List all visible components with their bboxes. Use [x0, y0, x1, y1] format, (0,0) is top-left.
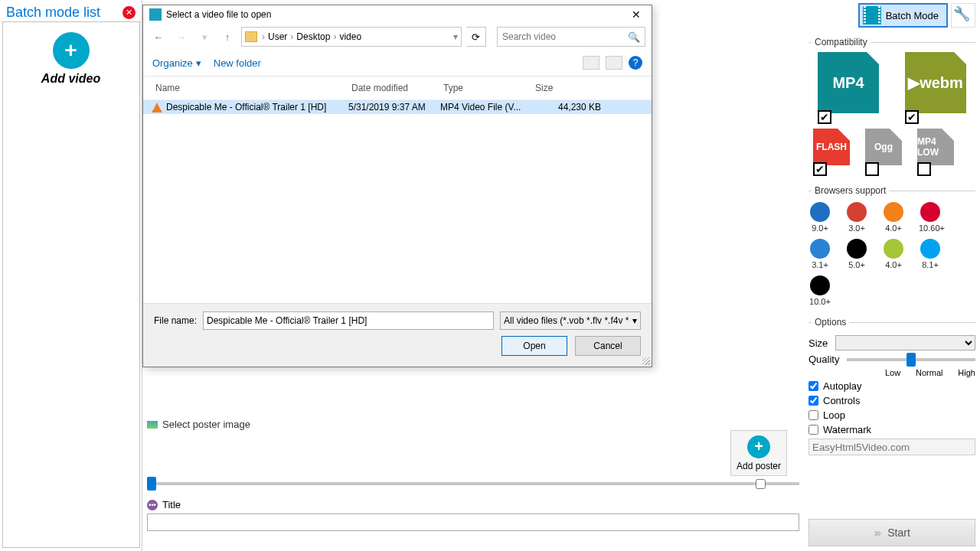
settings-button[interactable] [951, 3, 975, 28]
chevron-down-icon[interactable]: ▾ [195, 28, 214, 46]
flash-icon: FLASH [813, 129, 850, 165]
resize-grip-icon[interactable] [642, 357, 650, 365]
ogg-icon: Ogg [865, 129, 902, 165]
browser-windows: 8.1+ [919, 239, 942, 269]
close-icon[interactable]: ✕ [122, 6, 136, 19]
start-label: Start [887, 527, 910, 539]
webm-icon: ▶ webm [905, 52, 966, 113]
autoplay-option[interactable]: Autoplay [808, 380, 975, 392]
open-button[interactable]: Open [501, 336, 567, 356]
browser-version: 3.0+ [845, 223, 868, 233]
browser-blackberry: 10.0+ [808, 276, 831, 306]
android-icon [884, 239, 903, 259]
crumb-user[interactable]: User [265, 31, 290, 42]
cancel-button[interactable]: Cancel [575, 336, 641, 356]
up-icon[interactable]: ↑ [218, 28, 237, 46]
column-name[interactable]: Name [152, 80, 348, 96]
safari-icon [810, 239, 830, 259]
browser-version: 10.60+ [919, 223, 942, 233]
browser-opera: 10.60+ [919, 202, 942, 233]
browser-version: 5.0+ [845, 260, 868, 269]
file-type: MP4 Video File (V... [440, 102, 532, 112]
title-input[interactable] [147, 514, 799, 531]
browser-safari: 3.1+ [808, 239, 831, 269]
checkbox-empty-icon [865, 162, 879, 176]
watermark-input[interactable] [808, 439, 975, 455]
controls-checkbox[interactable] [808, 396, 818, 406]
quality-high-label: High [958, 368, 975, 377]
format-mp4[interactable]: MP4 ✔ [818, 52, 879, 124]
watermark-checkbox[interactable] [808, 425, 818, 435]
filetype-select[interactable]: All video files (*.vob *.flv *.f4v *▾ [500, 311, 641, 330]
browsers-legend: Browsers support [812, 185, 889, 196]
format-webm[interactable]: ▶ webm ✔ [905, 52, 966, 124]
options-legend: Options [812, 317, 849, 328]
format-flash[interactable]: FLASH ✔ [813, 129, 851, 176]
loop-checkbox[interactable] [808, 410, 818, 420]
column-date[interactable]: Date modified [348, 80, 440, 96]
title-icon: ••• [147, 500, 158, 510]
batch-mode-button[interactable]: Batch Mode [858, 3, 948, 28]
browser-version: 8.1+ [919, 260, 942, 269]
breadcrumb[interactable]: › User › Desktop › video ▾ [241, 27, 462, 47]
column-type[interactable]: Type [440, 80, 532, 96]
quality-normal-label: Normal [916, 368, 942, 377]
checkbox-empty-icon [917, 162, 931, 176]
preview-pane-icon[interactable] [606, 56, 622, 70]
mp4low-icon: MP4 LOW [917, 129, 954, 165]
title-label: Title [162, 499, 181, 510]
help-icon[interactable]: ? [629, 56, 642, 70]
chevron-down-icon: ▾ [632, 315, 637, 326]
crumb-desktop[interactable]: Desktop [293, 31, 333, 42]
checkmark-icon: ✔ [813, 162, 827, 176]
autoplay-checkbox[interactable] [808, 381, 818, 391]
mp4-icon: MP4 [818, 52, 879, 113]
size-select[interactable] [835, 335, 975, 350]
close-icon[interactable]: ✕ [627, 8, 645, 21]
checkmark-icon: ✔ [818, 110, 831, 124]
file-row[interactable]: Despicable Me - Official® Trailer 1 [HD]… [143, 100, 652, 114]
back-icon[interactable]: ← [149, 28, 168, 46]
crumb-video[interactable]: video [336, 31, 364, 42]
loop-option[interactable]: Loop [808, 409, 975, 421]
filename-input[interactable] [203, 311, 494, 330]
forward-icon: → [172, 28, 191, 46]
search-field[interactable] [502, 31, 628, 42]
add-poster-button[interactable]: + Add poster [730, 430, 787, 476]
app-icon [149, 8, 162, 21]
poster-section-label: Select poster image [162, 419, 250, 430]
controls-option[interactable]: Controls [808, 395, 975, 406]
column-size[interactable]: Size [532, 80, 609, 96]
organize-button[interactable]: Organize ▾ [152, 57, 201, 69]
browser-chrome: 3.0+ [845, 202, 868, 233]
ios-icon [847, 239, 867, 259]
quality-slider[interactable] [847, 358, 975, 361]
film-icon [863, 6, 881, 24]
compatibility-legend: Compatibility [812, 37, 871, 47]
format-mp4low[interactable]: MP4 LOW [917, 129, 956, 176]
format-ogg[interactable]: Ogg [865, 129, 903, 176]
search-input[interactable]: 🔍 [497, 27, 645, 47]
windows-icon [920, 239, 940, 259]
browser-android: 4.0+ [882, 239, 905, 269]
search-icon: 🔍 [628, 31, 640, 43]
quality-label: Quality [808, 354, 839, 365]
file-date: 5/31/2019 9:37 AM [348, 102, 440, 112]
watermark-option[interactable]: Watermark [808, 424, 975, 435]
poster-checkbox[interactable] [756, 479, 766, 489]
chevron-down-icon: ▾ [196, 57, 201, 69]
start-button[interactable]: Start [808, 519, 975, 546]
new-folder-button[interactable]: New folder [214, 57, 261, 69]
browser-ie: 9.0+ [808, 202, 831, 233]
view-icon[interactable] [583, 56, 599, 70]
add-poster-label: Add poster [737, 461, 781, 471]
filename-label: File name: [154, 315, 197, 326]
browser-version: 4.0+ [882, 260, 905, 269]
poster-timeline-slider[interactable] [147, 482, 799, 485]
firefox-icon [884, 202, 903, 222]
file-size: 44,230 KB [532, 102, 609, 112]
size-label: Size [808, 337, 828, 349]
chrome-icon [847, 202, 867, 222]
refresh-icon[interactable]: ⟳ [466, 27, 486, 47]
image-icon [147, 421, 158, 429]
